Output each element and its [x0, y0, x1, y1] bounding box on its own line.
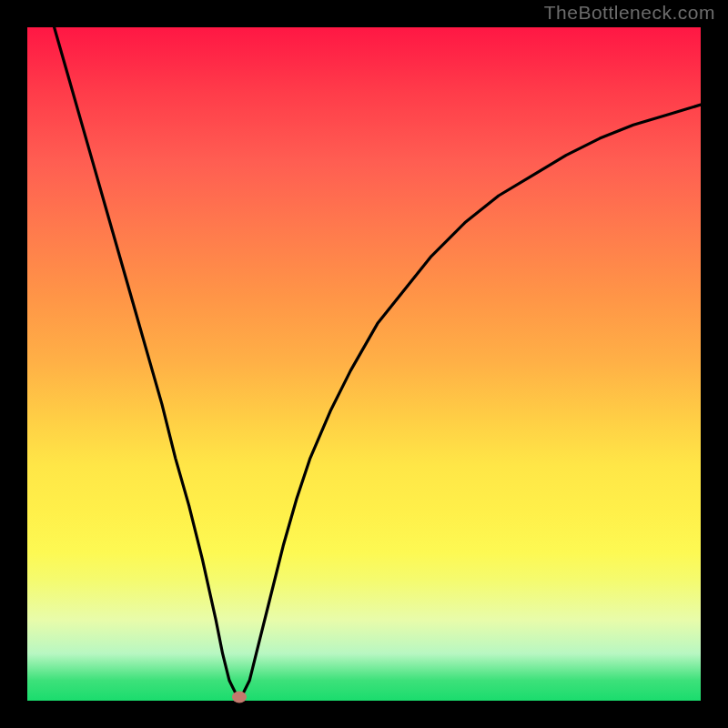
bottleneck-curve-path [55, 27, 701, 694]
watermark-text: TheBottleneck.com [544, 2, 715, 24]
curve-svg [27, 27, 701, 701]
chart-wrapper: TheBottleneck.com [0, 0, 728, 728]
min-point-marker [232, 692, 247, 703]
plot-area [27, 27, 701, 701]
